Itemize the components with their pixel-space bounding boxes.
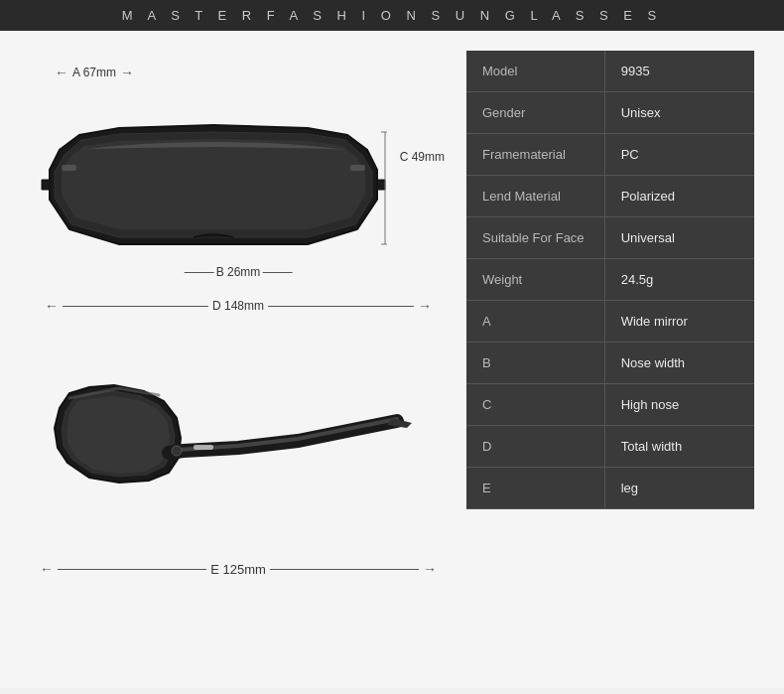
dim-b-label: B 26mm (216, 265, 261, 279)
spec-row: Framematerial PC (466, 134, 754, 176)
spec-label: C (466, 384, 604, 426)
spec-label: Suitable For Face (466, 217, 604, 259)
glasses-side-image (40, 363, 417, 531)
dim-e-label: E 125mm (210, 562, 266, 577)
svg-point-6 (172, 446, 182, 456)
diagram-front: ← A 67mm → (30, 51, 447, 348)
spec-label: Weight (466, 259, 604, 301)
dim-b: B 26mm (185, 265, 293, 279)
spec-row: Lend Material Polarized (466, 176, 754, 217)
spec-value: Universal (604, 217, 754, 259)
dim-d: ← D 148mm → (45, 298, 432, 314)
dim-d-label: D 148mm (212, 299, 264, 313)
arrow-left-a: ← (55, 65, 68, 80)
spec-row: B Nose width (466, 343, 754, 384)
spec-value: 9935 (604, 51, 754, 92)
spec-value: Unisex (604, 92, 754, 134)
spec-value: High nose (604, 384, 754, 426)
dim-c-label: C 49mm (400, 150, 445, 164)
spec-row: Model 9935 (466, 51, 754, 92)
svg-rect-5 (194, 445, 213, 450)
spec-value: Total width (604, 426, 754, 468)
spec-value: leg (604, 468, 754, 509)
spec-label: D (466, 426, 604, 468)
arrow-right-a: → (120, 65, 134, 80)
spec-row: D Total width (466, 426, 754, 468)
glasses-front-image (40, 90, 387, 268)
spec-label: B (466, 343, 604, 384)
spec-row: Suitable For Face Universal (466, 217, 754, 259)
spec-value: PC (604, 134, 754, 176)
spec-label: E (466, 468, 604, 509)
spec-label: Lend Material (466, 176, 604, 217)
main-content: ← A 67mm → (0, 31, 784, 688)
right-panel: Model 9935 Gender Unisex Framematerial P… (466, 51, 754, 668)
specs-table: Model 9935 Gender Unisex Framematerial P… (466, 51, 754, 509)
spec-value: Nose width (604, 343, 754, 384)
spec-value: Wide mirror (604, 301, 754, 343)
diagram-side: ← E 125mm → (30, 358, 447, 587)
header-title: M A S T E R F A S H I O N S U N G L A S … (122, 8, 662, 23)
dim-a-label: A 67mm (72, 66, 116, 79)
dim-e: ← E 125mm → (40, 561, 437, 577)
spec-value: Polarized (604, 176, 754, 217)
spec-label: Framematerial (466, 134, 604, 176)
site-header: M A S T E R F A S H I O N S U N G L A S … (0, 0, 784, 31)
spec-label: Gender (466, 92, 604, 134)
spec-row: Weight 24.5g (466, 259, 754, 301)
svg-rect-0 (62, 165, 76, 171)
spec-row: Gender Unisex (466, 92, 754, 134)
spec-label: A (466, 301, 604, 343)
spec-row: C High nose (466, 384, 754, 426)
spec-value: 24.5g (604, 259, 754, 301)
spec-label: Model (466, 51, 604, 92)
svg-rect-1 (350, 165, 365, 171)
spec-row: A Wide mirror (466, 301, 754, 343)
dim-a: ← A 67mm → (55, 65, 134, 80)
spec-row: E leg (466, 468, 754, 509)
left-panel: ← A 67mm → (30, 51, 447, 668)
